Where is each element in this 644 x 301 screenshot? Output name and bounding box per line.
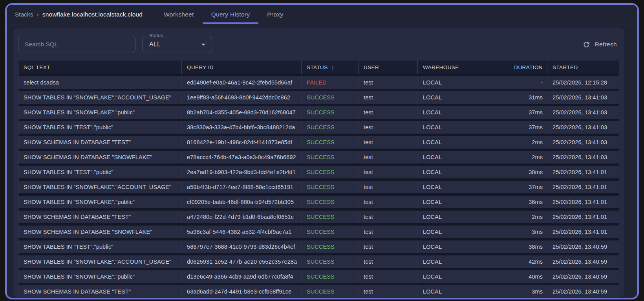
cell-status: SUCCESS	[302, 181, 359, 193]
query-row[interactable]: select dsadsa ed0490ef-e0a0-46a1-8c42-2f…	[18, 76, 619, 89]
refresh-icon	[582, 40, 591, 49]
cell-duration: 40ms	[493, 270, 547, 283]
cell-duration: 38ms	[493, 166, 547, 178]
cell-query-id: 63ad6add-247d-4491-b8e3-ccfb58ff91ce	[182, 285, 302, 297]
column-header-status[interactable]: STATUS ↑	[302, 61, 359, 74]
cell-sql-text: SHOW TABLES IN "TEST"."public"	[18, 166, 182, 178]
cell-duration: 2ms	[493, 211, 547, 223]
cell-duration: 3ms	[493, 285, 547, 297]
cell-query-id: 8b2ab704-d355-405e-88d3-70d162f68047	[182, 106, 302, 119]
cell-duration: 31ms	[493, 91, 547, 104]
sort-ascending-icon[interactable]: ↑	[331, 64, 335, 71]
breadcrumb-stacks-link[interactable]: Stacks	[15, 11, 33, 18]
cell-user: test	[359, 211, 418, 223]
query-row[interactable]: SHOW TABLES IN "SNOWFLAKE"."public" d13e…	[18, 270, 619, 283]
cell-query-id: 586797e7-3688-41c0-9793-d83d26c4b4ef	[182, 240, 302, 253]
cell-sql-text: SHOW TABLES IN "SNOWFLAKE"."ACCOUNT_USAG…	[18, 255, 182, 268]
query-row[interactable]: SHOW TABLES IN "TEST"."public" 38c830a3-…	[18, 121, 619, 134]
tab-proxy-label: Proxy	[267, 11, 283, 18]
cell-duration: -	[493, 76, 547, 89]
cell-duration: 36ms	[493, 196, 547, 208]
query-row[interactable]: SHOW TABLES IN "TEST"."public" 2ea7ad19-…	[18, 166, 619, 178]
query-row[interactable]: SHOW TABLES IN "SNOWFLAKE"."ACCOUNT_USAG…	[18, 181, 619, 193]
cell-user: test	[359, 181, 418, 193]
query-row[interactable]: SHOW SCHEMAS IN DATABASE "TEST" a472480e…	[18, 211, 619, 223]
column-header-duration[interactable]: DURATION	[493, 61, 547, 74]
cell-started: 25/02/2026, 13:41:01	[547, 181, 619, 193]
tab-worksheet[interactable]: Worksheet	[155, 5, 203, 24]
cell-duration: 37ms	[493, 121, 547, 134]
cell-user: test	[359, 151, 418, 163]
cell-warehouse: LOCAL	[418, 226, 493, 238]
cell-started: 25/02/2026, 13:41:03	[547, 121, 619, 134]
tab-worksheet-label: Worksheet	[164, 11, 194, 18]
cell-duration: 38ms	[493, 240, 547, 253]
cell-status: SUCCESS	[302, 226, 359, 238]
cell-started: 25/02/2026, 12:15:28	[547, 76, 619, 89]
cell-status: SUCCESS	[302, 285, 359, 297]
cell-warehouse: LOCAL	[418, 76, 493, 89]
query-row[interactable]: SHOW TABLES IN "SNOWFLAKE"."ACCOUNT_USAG…	[18, 91, 619, 104]
status-filter-select[interactable]: Status ALL	[142, 36, 212, 53]
cell-duration: 37ms	[493, 106, 547, 119]
cell-started: 25/02/2026, 13:41:01	[547, 196, 619, 208]
cell-query-id: 1ee9ff83-a56f-4693-8b0f-9442ddc0c862	[182, 91, 302, 104]
search-sql-input[interactable]	[18, 36, 135, 53]
query-history-table: SQL TEXT QUERY ID STATUS ↑ USER WAREHOUS…	[18, 61, 619, 297]
cell-warehouse: LOCAL	[418, 151, 493, 163]
cell-started: 25/02/2026, 13:41:03	[547, 106, 619, 119]
status-filter-label: Status	[147, 33, 165, 39]
cell-warehouse: LOCAL	[418, 285, 493, 297]
cell-status: SUCCESS	[302, 211, 359, 223]
cell-warehouse: LOCAL	[418, 106, 493, 119]
cell-user: test	[359, 76, 418, 89]
cell-duration: 2ms	[493, 151, 547, 163]
tab-proxy[interactable]: Proxy	[258, 5, 292, 24]
query-row[interactable]: SHOW SCHEMAS IN DATABASE "SNOWFLAKE" e78…	[18, 151, 619, 163]
chevron-down-icon	[199, 40, 208, 49]
tab-bar: Worksheet Query History Proxy	[155, 5, 292, 24]
cell-query-id: ed0490ef-e0a0-46a1-8c42-2febd55d66af	[182, 76, 302, 89]
query-row[interactable]: SHOW TABLES IN "SNOWFLAKE"."public" cf09…	[18, 196, 619, 208]
cell-query-id: cf09205e-babb-46df-880a-b94d572bb305	[182, 196, 302, 208]
cell-started: 25/02/2026, 13:40:59	[547, 240, 619, 253]
cell-user: test	[359, 121, 418, 134]
cell-started: 25/02/2026, 13:41:01	[547, 226, 619, 238]
column-header-started[interactable]: STARTED	[547, 61, 619, 74]
cell-status: SUCCESS	[302, 196, 359, 208]
cell-started: 25/02/2026, 13:41:03	[547, 136, 619, 149]
query-row[interactable]: SHOW SCHEMAS IN DATABASE "SNOWFLAKE" 5a9…	[18, 226, 619, 238]
cell-sql-text: SHOW SCHEMAS IN DATABASE "TEST"	[18, 285, 182, 297]
cell-user: test	[359, 91, 418, 104]
query-row[interactable]: SHOW TABLES IN "SNOWFLAKE"."ACCOUNT_USAG…	[18, 255, 619, 268]
cell-sql-text: SHOW TABLES IN "TEST"."public"	[18, 121, 182, 134]
cell-started: 25/02/2026, 13:41:03	[547, 151, 619, 163]
cell-duration: 37ms	[493, 181, 547, 193]
cell-sql-text: SHOW SCHEMAS IN DATABASE "TEST"	[18, 211, 182, 223]
cell-user: test	[359, 240, 418, 253]
refresh-label: Refresh	[595, 41, 617, 48]
cell-warehouse: LOCAL	[418, 270, 493, 283]
cell-started: 25/02/2026, 13:40:59	[547, 255, 619, 268]
cell-user: test	[359, 196, 418, 208]
cell-sql-text: SHOW SCHEMAS IN DATABASE "TEST"	[18, 136, 182, 149]
cell-user: test	[359, 226, 418, 238]
cell-started: 25/02/2026, 13:41:01	[547, 166, 619, 178]
cell-warehouse: LOCAL	[418, 166, 493, 178]
cell-status: FAILED	[302, 76, 359, 89]
cell-query-id: d0625931-1e52-477b-ae20-e552c357e28a	[182, 255, 302, 268]
column-header-query-id[interactable]: QUERY ID	[182, 61, 302, 74]
cell-sql-text: SHOW TABLES IN "SNOWFLAKE"."ACCOUNT_USAG…	[18, 181, 182, 193]
breadcrumb: Stacks › snowflake.localhost.localstack.…	[15, 5, 143, 24]
query-row[interactable]: SHOW TABLES IN "SNOWFLAKE"."public" 8b2a…	[18, 106, 619, 119]
cell-sql-text: select dsadsa	[18, 76, 182, 89]
cell-started: 25/02/2026, 13:41:03	[547, 91, 619, 104]
query-row[interactable]: SHOW TABLES IN "TEST"."public" 586797e7-…	[18, 240, 619, 253]
column-header-warehouse[interactable]: WAREHOUSE	[418, 61, 493, 74]
column-header-user[interactable]: USER	[359, 61, 418, 74]
refresh-button[interactable]: Refresh	[582, 40, 617, 49]
query-row[interactable]: SHOW SCHEMAS IN DATABASE "TEST" 63ad6add…	[18, 285, 619, 297]
column-header-sql-text[interactable]: SQL TEXT	[18, 61, 182, 74]
tab-query-history[interactable]: Query History	[203, 5, 259, 24]
query-row[interactable]: SHOW SCHEMAS IN DATABASE "TEST" 8168422e…	[18, 136, 619, 149]
